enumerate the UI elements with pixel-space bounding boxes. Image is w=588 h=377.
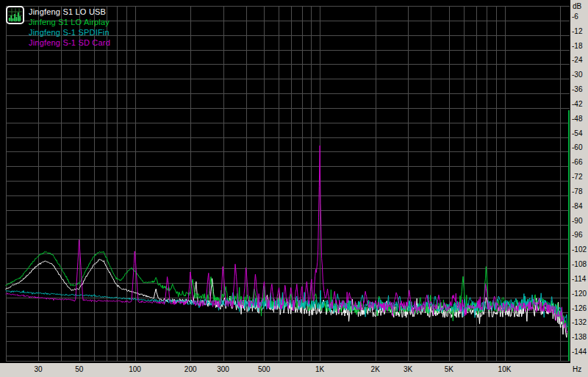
y-tick-label: -84 — [572, 202, 583, 210]
y-tick-label: -132 — [572, 318, 587, 326]
legend-items: Jingfeng S1 LO USB Jinfeng S1 LO Airplay… — [29, 6, 110, 48]
legend-item-sdcard: Jingfeng S-1 SD Card — [29, 37, 110, 48]
spectrum-analyzer-icon — [6, 6, 24, 24]
x-tick-label: 100 — [129, 365, 141, 373]
y-tick-label: -6 — [572, 12, 578, 21]
y-tick-label: -102 — [572, 245, 587, 254]
x-tick-label: 3K — [404, 365, 413, 373]
y-tick-label: -24 — [572, 56, 583, 64]
x-tick-label: 1K — [315, 365, 325, 373]
legend: Jingfeng S1 LO USB Jinfeng S1 LO Airplay… — [6, 6, 110, 48]
x-tick-label: 200 — [184, 365, 197, 373]
x-tick-label: 500 — [258, 365, 270, 373]
legend-item-usb: Jingfeng S1 LO USB — [29, 7, 110, 17]
y-tick-label: -126 — [572, 304, 587, 312]
y-tick-label: -96 — [572, 231, 583, 239]
y-tick-label: -54 — [572, 129, 583, 137]
x-axis-unit-label: Hz — [573, 365, 581, 373]
y-tick-label: -12 — [572, 27, 583, 35]
x-tick-label: 300 — [217, 365, 229, 373]
x-tick-label: 5K — [445, 365, 454, 373]
x-tick-label: 30 — [34, 365, 43, 373]
y-tick-label: -18 — [572, 42, 583, 50]
y-tick-label: -60 — [572, 143, 583, 151]
y-tick-label: -48 — [572, 115, 583, 123]
y-tick-label: -72 — [572, 173, 583, 181]
y-tick-label: -114 — [572, 275, 587, 283]
y-tick-label: -138 — [572, 333, 587, 341]
y-tick-label: -108 — [572, 260, 587, 268]
y-tick-label: -42 — [572, 100, 583, 108]
y-tick-label: -144 — [572, 348, 587, 356]
legend-item-spdifin: Jingfeng S-1 SPDIFin — [29, 27, 110, 37]
x-tick-label: 10K — [498, 365, 512, 373]
x-tick-label: 50 — [75, 365, 84, 373]
y-tick-label: -120 — [572, 290, 587, 298]
y-tick-label: -30 — [572, 71, 583, 79]
y-tick-label: -66 — [572, 158, 583, 166]
x-tick-label: 2K — [371, 365, 381, 373]
legend-item-airplay: Jinfeng S1 LO Airplay — [29, 17, 110, 27]
fft-spectrum-plot: dB-6-12-18-24-30-36-42-48-54-60-66-72-78… — [0, 0, 588, 377]
y-tick-label: -78 — [572, 187, 583, 195]
y-axis-unit-label: dB — [573, 2, 582, 10]
y-tick-label: -90 — [572, 217, 583, 225]
y-tick-label: -36 — [572, 85, 583, 93]
spectrum-analyzer-window: dB-6-12-18-24-30-36-42-48-54-60-66-72-78… — [0, 0, 588, 377]
